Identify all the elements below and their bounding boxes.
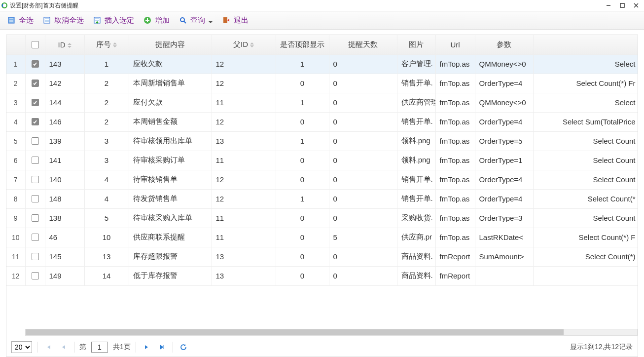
col-header-pid[interactable]: 父ID xyxy=(212,35,276,54)
row-checkbox[interactable] xyxy=(32,176,39,183)
cell-url: fmTop.as xyxy=(435,151,475,170)
table-row[interactable]: 1214914低于库存报警1300商品资料.fmReport xyxy=(6,266,638,285)
table-row[interactable]: 91385待审核采购入库单1100采购收货.fmTop.asOrderType=… xyxy=(6,208,638,228)
col-header-id[interactable]: ID xyxy=(45,35,84,54)
svg-rect-2 xyxy=(620,3,624,7)
cell-content: 本周新增销售单 xyxy=(129,74,212,93)
row-checkbox[interactable] xyxy=(32,253,39,260)
col-header-seq[interactable]: 序号 xyxy=(84,35,129,54)
col-header-url[interactable]: Url xyxy=(435,35,475,54)
grid-area: ID 序号 提醒内容 父ID 是否顶部显示 提醒天数 图片 Url 参数 114… xyxy=(0,30,644,357)
deselect-all-button[interactable]: 取消全选 xyxy=(42,16,84,25)
cell-img: 领料.png xyxy=(397,131,435,151)
cell-top: 0 xyxy=(276,228,329,247)
cell-param: OrderType=3 xyxy=(475,208,533,228)
close-button[interactable] xyxy=(629,0,643,10)
select-all-button[interactable]: 全选 xyxy=(7,16,34,25)
table-row[interactable]: 71404待审核销售单1200销售开单.fmTop.asOrderType=4S… xyxy=(6,170,638,189)
page-number-input[interactable] xyxy=(91,342,108,353)
cell-id: 46 xyxy=(45,228,84,247)
cell-last: Select Count(*) xyxy=(533,247,638,266)
cell-seq: 2 xyxy=(84,112,129,131)
cell-id: 145 xyxy=(45,247,84,266)
cell-days: 0 xyxy=(329,74,397,93)
cell-days: 0 xyxy=(329,93,397,112)
cell-img: 供应商.pr xyxy=(397,228,435,247)
cell-seq: 3 xyxy=(84,151,129,170)
col-header-top[interactable]: 是否顶部显示 xyxy=(276,35,329,54)
row-number: 12 xyxy=(6,266,25,285)
query-label: 查询 xyxy=(190,16,205,25)
col-header-checkbox[interactable] xyxy=(25,35,45,54)
cell-content: 应收欠款 xyxy=(129,54,212,74)
table-row[interactable]: 31442应付欠款1110供应商管理fmTop.asQMMoney<>0Sele… xyxy=(6,93,638,112)
row-checkbox[interactable] xyxy=(32,214,39,222)
svg-rect-11 xyxy=(223,17,227,23)
row-checkbox-cell xyxy=(25,93,45,112)
refresh-button[interactable] xyxy=(178,342,189,353)
prev-page-button[interactable] xyxy=(58,342,69,353)
cell-seq: 2 xyxy=(84,74,129,93)
page-label-prefix: 第 xyxy=(79,343,86,352)
app-icon xyxy=(1,2,8,9)
col-header-img[interactable]: 图片 xyxy=(397,35,435,54)
table-row[interactable]: 51393待审核领用出库单1310领料.pngfmTop.asOrderType… xyxy=(6,131,638,151)
row-checkbox[interactable] xyxy=(32,234,39,241)
row-checkbox[interactable] xyxy=(32,157,39,164)
cell-img: 销售开单. xyxy=(397,170,435,189)
row-checkbox[interactable] xyxy=(32,60,39,68)
next-page-button[interactable] xyxy=(141,342,152,353)
col-header-rownum[interactable] xyxy=(6,35,25,54)
cell-last: Select Count xyxy=(533,208,638,228)
cell-pid: 12 xyxy=(212,54,276,74)
row-checkbox[interactable] xyxy=(32,195,39,202)
cell-seq: 4 xyxy=(84,170,129,189)
horizontal-scrollbar[interactable] xyxy=(6,328,638,337)
page-size-select[interactable]: 20 xyxy=(11,341,32,353)
col-header-content[interactable]: 提醒内容 xyxy=(129,35,212,54)
exit-button[interactable]: 退出 xyxy=(222,16,249,25)
cell-content: 应付欠款 xyxy=(129,93,212,112)
cell-last: Select Count(*) F xyxy=(533,228,638,247)
row-checkbox[interactable] xyxy=(32,99,39,106)
header-checkbox[interactable] xyxy=(32,41,39,48)
cell-pid: 11 xyxy=(212,93,276,112)
cell-content: 待审核销售单 xyxy=(129,170,212,189)
minimize-button[interactable] xyxy=(602,0,615,10)
cell-top: 0 xyxy=(276,247,329,266)
row-checkbox[interactable] xyxy=(32,272,39,279)
cell-id: 140 xyxy=(45,170,84,189)
cell-top: 1 xyxy=(276,93,329,112)
row-checkbox[interactable] xyxy=(32,137,39,145)
maximize-button[interactable] xyxy=(615,0,629,10)
table-row[interactable]: 61413待审核采购订单1100领料.pngfmTop.asOrderType=… xyxy=(6,151,638,170)
insert-selected-button[interactable]: 插入选定 xyxy=(93,16,134,25)
toolbar: 全选 取消全选 插入选定 增加 查询 退出 xyxy=(0,11,644,30)
table-row[interactable]: 104610供应商联系提醒1105供应商.prfmTop.asLastRKDat… xyxy=(6,228,638,247)
table-row[interactable]: 41462本周销售金额1200销售开单.fmTop.asOrderType=4S… xyxy=(6,112,638,131)
add-button[interactable]: 增加 xyxy=(143,16,170,25)
col-header-param[interactable]: 参数 xyxy=(475,35,533,54)
query-button[interactable]: 查询 xyxy=(179,16,213,25)
cell-top: 1 xyxy=(276,189,329,208)
cell-param: SumAmount> xyxy=(475,247,533,266)
table-row[interactable]: 1114513库存超限报警1300商品资料.fmReportSumAmount>… xyxy=(6,247,638,266)
insert-selected-label: 插入选定 xyxy=(105,16,134,25)
last-page-button[interactable] xyxy=(157,342,168,353)
row-checkbox[interactable] xyxy=(32,79,39,87)
row-checkbox-cell xyxy=(25,112,45,131)
col-header-last[interactable] xyxy=(533,35,638,54)
row-checkbox[interactable] xyxy=(32,118,39,125)
col-header-days[interactable]: 提醒天数 xyxy=(329,35,397,54)
table-row[interactable]: 11431应收欠款1210客户管理.fmTop.asQMMoney<>0Sele… xyxy=(6,54,638,74)
chevron-down-icon xyxy=(208,18,213,23)
row-number: 4 xyxy=(6,112,25,131)
cell-param: OrderType=1 xyxy=(475,151,533,170)
first-page-button[interactable] xyxy=(42,342,53,353)
table-row[interactable]: 21422本周新增销售单1200销售开单.fmTop.asOrderType=4… xyxy=(6,74,638,93)
scrollbar-thumb[interactable] xyxy=(26,329,564,335)
sort-icon xyxy=(250,42,254,47)
table-row[interactable]: 81484待发货销售单1210销售开单.fmTop.asOrderType=4S… xyxy=(6,189,638,208)
cell-url: fmTop.as xyxy=(435,131,475,151)
deselect-all-icon xyxy=(42,16,51,25)
